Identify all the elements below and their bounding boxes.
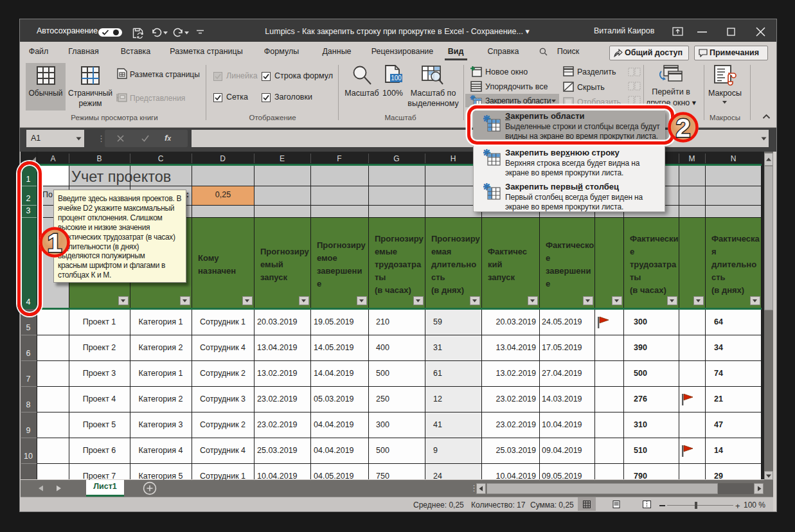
svg-text:1: 1 <box>48 228 62 258</box>
svg-text:100: 100 <box>391 75 402 82</box>
svg-text:2: 2 <box>676 113 691 143</box>
